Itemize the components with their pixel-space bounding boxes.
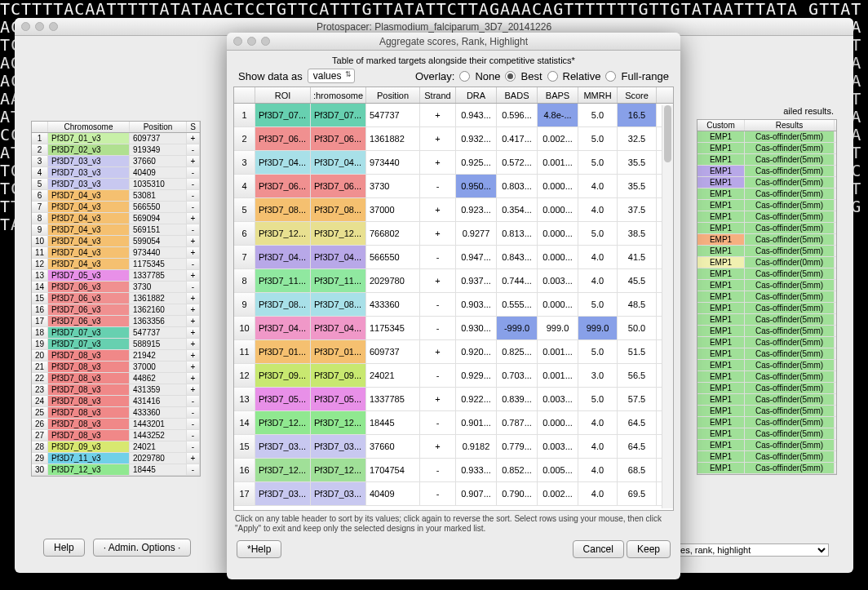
table-row[interactable]: 1Pf3D7_07...Pf3D7_07...547737+0.943...0.… — [234, 104, 673, 127]
table-row[interactable]: 5Pf3D7_08...Pf3D7_08...37000+0.923...0.3… — [234, 198, 673, 222]
table-row[interactable]: EMP1Cas-offinder(5mm) — [698, 428, 836, 440]
close-icon[interactable] — [21, 22, 30, 31]
table-row[interactable]: 11Pf3D7_01...Pf3D7_01...609737+0.920...0… — [234, 340, 673, 364]
table-row[interactable]: EMP1Cas-offinder(5mm) — [698, 394, 836, 406]
table-row[interactable]: EMP1Cas-offinder(5mm) — [698, 154, 836, 166]
table-row[interactable]: 11Pf3D7_04_v3973440+ — [32, 247, 200, 259]
table-row[interactable]: EMP1Cas-offinder(5mm) — [698, 177, 836, 189]
table-row[interactable]: EMP1Cas-offinder(5mm) — [698, 348, 836, 360]
hdr-roi[interactable]: ROI — [255, 87, 311, 103]
table-row[interactable]: EMP1Cas-offinder(5mm) — [698, 417, 836, 428]
table-row[interactable]: 24Pf3D7_08_v3431416- — [32, 396, 200, 407]
zoom-icon[interactable] — [49, 22, 58, 31]
table-row[interactable]: 17Pf3D7_06_v31363356+ — [32, 316, 200, 327]
hdr-strand[interactable]: Strand — [420, 87, 456, 103]
table-row[interactable]: 28Pf3D7_09_v324021- — [32, 441, 200, 453]
col-results[interactable]: Results — [745, 120, 835, 131]
table-row[interactable]: 1Pf3D7_01_v3609737+ — [32, 133, 200, 144]
show-data-as-select[interactable]: values — [308, 69, 356, 83]
table-row[interactable]: 5Pf3D7_03_v31035310- — [32, 179, 200, 190]
table-row[interactable]: 14Pf3D7_12...Pf3D7_12...18445-0.901...0.… — [234, 411, 673, 435]
table-row[interactable]: 15Pf3D7_03...Pf3D7_03...37660+0.91820.77… — [234, 435, 673, 459]
table-row[interactable]: 7Pf3D7_04...Pf3D7_04...566550-0.947...0.… — [234, 246, 673, 269]
help-button[interactable]: Help — [43, 539, 85, 557]
close-icon[interactable] — [233, 37, 242, 46]
table-row[interactable]: 27Pf3D7_08_v31443252- — [32, 430, 200, 441]
table-row[interactable]: 3Pf3D7_03_v337660+ — [32, 156, 200, 167]
table-row[interactable]: EMP1Cas-offinder(5mm) — [698, 131, 836, 143]
table-row[interactable]: 9Pf3D7_04_v3569151- — [32, 224, 200, 236]
table-row[interactable]: EMP1Cas-offinder(5mm) — [698, 371, 836, 383]
table-row[interactable]: EMP1Cas-offinder(5mm) — [698, 268, 836, 280]
table-row[interactable]: 13Pf3D7_05_v31337785+ — [32, 270, 200, 282]
table-row[interactable]: 10Pf3D7_04_v3599054+ — [32, 236, 200, 247]
table-row[interactable]: EMP1Cas-offinder(5mm) — [698, 200, 836, 211]
table-row[interactable]: 19Pf3D7_07_v3588915+ — [32, 339, 200, 350]
table-row[interactable]: 2Pf3D7_06...Pf3D7_06...1361882+0.932...0… — [234, 127, 673, 151]
table-row[interactable]: EMP1Cas-offinder(5mm) — [698, 337, 836, 348]
hdr-position[interactable]: Position — [366, 87, 420, 103]
table-row[interactable]: 2Pf3D7_02_v3919349- — [32, 144, 200, 156]
table-row[interactable]: EMP1Cas-offinder(5mm) — [698, 234, 836, 246]
table-row[interactable]: EMP1Cas-offinder(5mm) — [698, 246, 836, 257]
table-row[interactable]: 16Pf3D7_12...Pf3D7_12...1704754-0.933...… — [234, 459, 673, 482]
overlay-best[interactable] — [505, 71, 516, 82]
col-custom[interactable]: Custom — [698, 120, 745, 131]
table-row[interactable]: EMP1Cas-offinder(5mm) — [698, 360, 836, 371]
table-row[interactable]: EMP1Cas-offinder(5mm) — [698, 383, 836, 394]
aggregate-table[interactable]: ROI :hromosome Position Strand DRA BADS … — [233, 87, 674, 511]
hdr-mmrh[interactable]: MMRH — [578, 87, 618, 103]
table-row[interactable]: 29Pf3D7_11_v32029780+ — [32, 453, 200, 464]
hdr-bads[interactable]: BADS — [497, 87, 538, 103]
table-row[interactable]: 23Pf3D7_08_v3431359+ — [32, 384, 200, 396]
table-row[interactable]: 18Pf3D7_07_v3547737+ — [32, 327, 200, 339]
table-row[interactable]: EMP1Cas-offinder(5mm) — [698, 463, 836, 474]
table-row[interactable]: 16Pf3D7_06_v31362160+ — [32, 304, 200, 316]
table-row[interactable]: EMP1Cas-offinder(5mm) — [698, 440, 836, 451]
table-row[interactable]: 6Pf3D7_04_v353081- — [32, 190, 200, 202]
table-row[interactable]: 22Pf3D7_08_v344862+ — [32, 373, 200, 384]
hdr-chromosome[interactable]: :hromosome — [311, 87, 366, 103]
table-row[interactable]: EMP1Cas-offinder(5mm) — [698, 303, 836, 314]
dialog-window-controls[interactable] — [233, 37, 270, 46]
table-row[interactable]: 30Pf3D7_12_v318445- — [32, 464, 200, 476]
table-row[interactable]: 7Pf3D7_04_v3566550- — [32, 202, 200, 213]
zoom-icon[interactable] — [261, 37, 270, 46]
col-chromosome[interactable]: Chromosome — [48, 122, 130, 132]
bg-table-right[interactable]: Custom Results EMP1Cas-offinder(5mm)EMP1… — [697, 119, 837, 475]
table-row[interactable]: 25Pf3D7_08_v3433360- — [32, 407, 200, 419]
table-row[interactable]: 14Pf3D7_06_v33730- — [32, 282, 200, 293]
admin-options-button[interactable]: · Admin. Options · — [93, 539, 192, 557]
col-strand[interactable]: S — [187, 122, 200, 132]
table-row[interactable]: EMP1Cas-offinder(5mm) — [698, 189, 836, 200]
table-row[interactable]: 4Pf3D7_06...Pf3D7_06...3730-0.950...0.80… — [234, 175, 673, 198]
hdr-index[interactable] — [234, 87, 255, 103]
table-row[interactable]: EMP1Cas-offinder(5mm) — [698, 291, 836, 303]
table-row[interactable]: 6Pf3D7_12...Pf3D7_12...766802+0.92770.81… — [234, 222, 673, 246]
table-row[interactable]: 12Pf3D7_09...Pf3D7_09...24021-0.929...0.… — [234, 364, 673, 388]
dialog-titlebar[interactable]: Aggregate scores, Rank, Highlight — [227, 33, 680, 51]
table-row[interactable]: 15Pf3D7_06_v31361882+ — [32, 293, 200, 304]
table-row[interactable]: 12Pf3D7_04_v31175345- — [32, 259, 200, 270]
table-row[interactable]: EMP1Cas-offinder(5mm) — [698, 326, 836, 337]
table-row[interactable]: 3Pf3D7_04...Pf3D7_04...973440+0.925...0.… — [234, 151, 673, 175]
table-row[interactable]: EMP1Cas-offinder(5mm) — [698, 211, 836, 223]
table-row[interactable]: EMP1Cas-offinder(5mm) — [698, 406, 836, 417]
hdr-baps[interactable]: BAPS — [538, 87, 578, 103]
table-row[interactable]: 9Pf3D7_08...Pf3D7_08...433360-0.903...0.… — [234, 293, 673, 317]
keep-button[interactable]: Keep — [627, 540, 671, 558]
table-row[interactable]: EMP1Cas-offinder(5mm) — [698, 143, 836, 154]
table-row[interactable]: EMP1Cas-offinder(5mm) — [698, 223, 836, 234]
table-row[interactable]: EMP1Cas-offinder(5mm) — [698, 280, 836, 291]
window-controls[interactable] — [21, 22, 58, 31]
hdr-dra[interactable]: DRA — [456, 87, 497, 103]
table-row[interactable]: 8Pf3D7_04_v3569094+ — [32, 213, 200, 224]
table-row[interactable]: 21Pf3D7_08_v337000+ — [32, 362, 200, 373]
table-row[interactable]: EMP1Cas-offinder(5mm) — [698, 314, 836, 326]
table-row[interactable]: 20Pf3D7_08_v321942+ — [32, 350, 200, 362]
vertical-scrollbar[interactable] — [662, 105, 673, 508]
overlay-none[interactable] — [459, 71, 470, 82]
table-row[interactable]: 26Pf3D7_08_v31443201- — [32, 419, 200, 430]
minimize-icon[interactable] — [35, 22, 44, 31]
table-row[interactable]: EMP1Cas-offinder(5mm) — [698, 451, 836, 463]
